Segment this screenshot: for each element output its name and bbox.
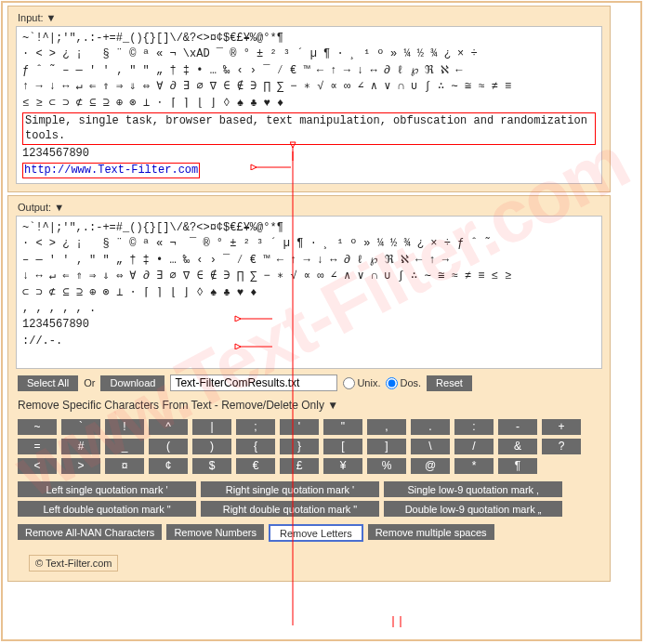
input-line: · < > ¿ ¡ § ¨ © ª « ¬ ­\xAD ¯ ® ° ± ² ³ … [22,46,596,62]
char-button[interactable]: _ [105,439,144,454]
char-button[interactable]: - [498,419,537,435]
output-panel: Output: ▼ ~`!^|;'",.:-+=#_(){}[]\/&?<>¤¢… [7,195,611,582]
char-button[interactable]: # [61,439,100,454]
section-header[interactable]: Remove Specific Characters From Text - R… [18,399,600,412]
char-button[interactable]: ¢ [149,458,188,474]
quote-button-grid: Left single quotation mark 'Right single… [18,481,600,517]
output-line: ↓ ↔ ↵ ⇐ ⇑ ⇒ ⇓ ⇔ ∀ ∂ ∃ ∅ ∇ ∈ ∉ ∋ ∏ ∑ − ∗ … [22,269,596,284]
action-row: Remove All-NAN Characters Remove Numbers… [18,524,600,542]
quote-button[interactable]: Double low-9 quotation mark „ [384,501,562,517]
output-line: – — ' ' ‚ " " „ † ‡ • … ‰ ‹ › ‾ ⁄ € ™ ← … [22,253,596,269]
char-button[interactable]: ) [192,439,231,454]
unix-radio[interactable]: Unix. [343,377,380,389]
char-button[interactable]: ? [542,439,581,454]
remove-nan-button[interactable]: Remove All-NAN Characters [18,524,162,540]
select-all-button[interactable]: Select All [18,375,78,391]
char-button[interactable]: @ [411,458,450,474]
input-url: http://www.Text-Filter.com [22,163,200,179]
input-numbers: 1234567890 [22,146,596,162]
char-button[interactable]: ; [236,419,275,435]
char-button[interactable]: ^ [149,419,188,435]
char-button[interactable]: [ [323,439,362,454]
quote-button[interactable]: Left single quotation mark ' [18,481,196,497]
input-line: ≤ ≥ ⊂ ⊃ ⊄ ⊆ ⊇ ⊕ ⊗ ⊥ ⋅ ⌈ ⌉ ⌊ ⌋ ◊ ♠ ♣ ♥ ♦ [22,96,596,112]
or-label: Or [84,377,95,388]
char-button[interactable]: " [323,419,362,435]
remove-numbers-button[interactable]: Remove Numbers [166,524,264,540]
char-button[interactable]: & [498,439,537,454]
char-button[interactable]: ~ [18,419,57,435]
input-panel: Input: ▼ ~`!^|;'",.:-+=#_(){}[]\/&?<>¤¢$… [7,6,611,192]
char-button[interactable]: ( [149,439,188,454]
output-line: , , , , , . [22,301,596,317]
char-button[interactable]: ¶ [498,458,537,474]
char-button[interactable]: ] [367,439,406,454]
input-line: ~`!^|;'",.:-+=#_(){}[]\/&?<>¤¢$€£¥%@°*¶ [22,31,596,46]
input-textarea[interactable]: ~`!^|;'",.:-+=#_(){}[]\/&?<>¤¢$€£¥%@°*¶ … [16,26,602,184]
output-line: · < > ¿ ¡ § ¨ © ª « ¬ ­ ¯ ® ° ± ² ³ ´ µ … [22,236,596,252]
char-button[interactable]: } [280,439,319,454]
output-line: ⊂ ⊃ ⊄ ⊆ ⊇ ⊕ ⊗ ⊥ ⋅ ⌈ ⌉ ⌊ ⌋ ◊ ♠ ♣ ♥ ♦ [22,285,596,301]
char-button[interactable]: { [236,439,275,454]
reset-button[interactable]: Reset [427,375,472,391]
copyright: © Text-Filter.com [29,555,118,572]
download-button[interactable]: Download [100,375,165,391]
char-button[interactable]: | [192,419,231,435]
char-button[interactable]: , [367,419,406,435]
char-button[interactable]: > [61,458,100,474]
quote-button[interactable]: Right single quotation mark ' [201,481,379,497]
output-textarea[interactable]: ~`!^|;'",.:-+=#_(){}[]\/&?<>¤¢$€£¥%@°*¶ … [16,216,602,369]
char-button-grid: ~`!^|;'",.:-+=#_(){}[]\/&?<>¤¢$€£¥%@*¶ [18,419,600,474]
char-button[interactable]: % [367,458,406,474]
char-button[interactable]: : [454,419,494,435]
input-label[interactable]: Input: ▼ [18,12,56,23]
char-button[interactable]: . [411,419,450,435]
input-highlight-sentence: Simple, single task, browser based, text… [22,112,596,145]
char-button[interactable]: ` [61,419,100,435]
output-line: ://.-. [22,334,596,349]
char-button[interactable]: < [18,458,57,474]
char-button[interactable]: € [236,458,275,474]
char-button[interactable]: / [454,439,494,454]
dos-radio[interactable]: Dos. [386,377,421,389]
char-button[interactable]: $ [192,458,231,474]
char-button[interactable]: ' [280,419,319,435]
quote-button[interactable]: Single low-9 quotation mark ‚ [384,481,562,497]
char-button[interactable]: ! [105,419,144,435]
char-button[interactable]: + [542,419,581,435]
remove-spaces-button[interactable]: Remove multiple spaces [368,524,494,540]
char-button[interactable]: £ [280,458,319,474]
input-line: ƒ ˆ ˜ – — ' ' ‚ " " „ † ‡ • … ‰ ‹ › ‾ ⁄ … [22,63,596,79]
char-button[interactable]: \ [411,439,450,454]
quote-button[interactable]: Left double quotation mark " [18,501,196,517]
output-line: ~`!^|;'",.:-+=#_(){}[]\/&?<>¤¢$€£¥%@°*¶ [22,220,596,236]
filename-input[interactable] [170,375,337,391]
output-label[interactable]: Output: ▼ [18,202,64,213]
output-line: 1234567890 [22,317,596,333]
char-button[interactable]: = [18,439,57,454]
char-button[interactable]: * [454,458,494,474]
output-controls: Select All Or Download Unix. Dos. Reset [18,375,600,391]
input-line: ↑ → ↓ ↔ ↵ ⇐ ⇑ ⇒ ⇓ ⇔ ∀ ∂ ∃ ∅ ∇ ∈ ∉ ∋ ∏ ∑ … [22,79,596,95]
quote-button[interactable]: Right double quotation mark " [201,501,379,517]
remove-letters-button[interactable]: Remove Letters [269,524,363,542]
char-button[interactable]: ¤ [105,458,144,474]
char-button[interactable]: ¥ [323,458,362,474]
